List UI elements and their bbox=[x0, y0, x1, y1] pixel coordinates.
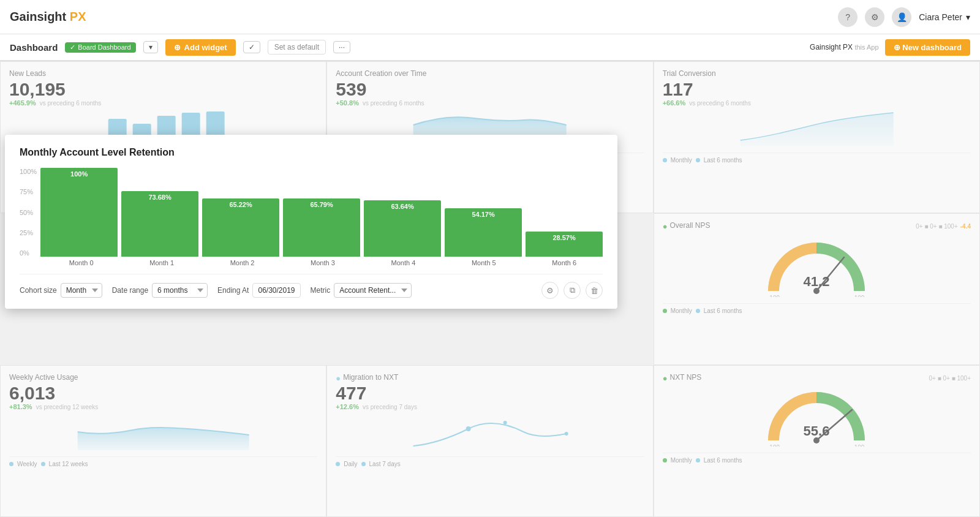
migration-title: Migration to NXT bbox=[343, 373, 398, 382]
migration-value: 477 bbox=[336, 383, 644, 403]
svg-point-14 bbox=[466, 426, 471, 431]
avatar-icon[interactable]: 👤 bbox=[892, 7, 911, 27]
migration-icon: ● bbox=[336, 374, 341, 383]
cohort-size-select[interactable]: Month Week Day bbox=[61, 283, 102, 298]
svg-text:3.18k: 3.18k bbox=[185, 107, 198, 113]
nps-change: -4.4 bbox=[960, 223, 971, 230]
new-dashboard-button[interactable]: ⊕ New dashboard bbox=[885, 39, 970, 56]
x-label-4: Month 4 bbox=[365, 259, 442, 266]
nxt-nps-widget: ● NXT NPS 0+ ■ 0+ ■ 100+ 55.6 -100 100 bbox=[654, 365, 980, 517]
retention-bars: 100% 73.68% 65.22% bbox=[40, 168, 603, 257]
nxt-gauge-svg: 55.6 -100 100 bbox=[761, 385, 872, 447]
migration-nxt-widget: ● Migration to NXT 477 +12.6% vs precedi… bbox=[326, 365, 653, 517]
x-label-6: Month 6 bbox=[526, 259, 603, 266]
settings-icon[interactable]: ⚙ bbox=[865, 7, 884, 27]
dashboard-area: New Leads 10,195 +465.9% vs preceding 6 … bbox=[0, 61, 980, 517]
bar-month6-fill: 28.57% bbox=[526, 232, 603, 257]
delete-button[interactable]: 🗑 bbox=[586, 282, 603, 299]
x-label-2: Month 2 bbox=[204, 259, 281, 266]
copy-button[interactable]: ⧉ bbox=[564, 282, 581, 299]
user-menu[interactable]: Ciara Peter ▾ bbox=[919, 12, 970, 22]
svg-text:41.2: 41.2 bbox=[804, 274, 830, 289]
header-right: ? ⚙ 👤 Ciara Peter ▾ bbox=[838, 7, 970, 27]
bar-month3: 65.79% bbox=[283, 168, 360, 257]
bar-month0-label: 100% bbox=[70, 170, 88, 178]
svg-text:3.08k: 3.08k bbox=[160, 110, 173, 116]
bar-month2-label: 65.22% bbox=[229, 201, 252, 208]
bar-month2: 65.22% bbox=[202, 168, 279, 257]
bar-month5-fill: 54.17% bbox=[445, 208, 522, 257]
chevron-down-icon: ▾ bbox=[966, 12, 970, 22]
user-name: Ciara Peter bbox=[919, 12, 962, 22]
check-icon: ✓ bbox=[70, 43, 75, 51]
cohort-size-label: Cohort size bbox=[20, 286, 57, 295]
svg-text:-100: -100 bbox=[767, 444, 780, 447]
x-label-5: Month 5 bbox=[445, 259, 522, 266]
board-selector[interactable]: ▾ bbox=[143, 41, 158, 53]
header-left: Gainsight PX bbox=[10, 10, 86, 24]
ending-at-label: Ending At bbox=[217, 286, 249, 295]
date-range-label: Date range bbox=[112, 286, 148, 295]
x-label-0: Month 0 bbox=[43, 259, 119, 266]
toolbar-right: Gainsight PX this App ⊕ New dashboard bbox=[810, 39, 970, 56]
nxt-nps-icon: ● bbox=[663, 374, 668, 383]
svg-text:100: 100 bbox=[854, 295, 865, 297]
metric-select[interactable]: Account Retent... User Retention bbox=[334, 283, 412, 298]
retention-title: Monthly Account Level Retention bbox=[20, 147, 603, 158]
x-axis-labels: Month 0 Month 1 Month 2 Month 3 Month 4 … bbox=[43, 259, 603, 266]
bar-month5-label: 54.17% bbox=[472, 211, 494, 218]
bar-month4-fill: 63.64% bbox=[364, 200, 441, 257]
account-creation-title: Account Creation over Time bbox=[336, 69, 644, 78]
trial-conversion-change: +66.6% bbox=[663, 99, 686, 107]
y-axis: 100% 75% 50% 25% 0% bbox=[20, 168, 37, 257]
date-range-group: Date range 6 months 3 months 12 months bbox=[112, 283, 208, 298]
help-icon[interactable]: ? bbox=[838, 7, 858, 27]
overall-nps-title: Overall NPS bbox=[670, 221, 710, 230]
nps-icon: ● bbox=[663, 222, 668, 231]
svg-text:3.4k: 3.4k bbox=[113, 113, 123, 119]
account-creation-value: 539 bbox=[336, 79, 644, 99]
bar-month3-fill: 65.79% bbox=[283, 198, 360, 257]
set-as-default-link[interactable]: Set as default bbox=[268, 40, 326, 55]
new-leads-title: New Leads bbox=[9, 69, 317, 78]
retention-controls: Cohort size Month Week Day Date range 6 … bbox=[20, 274, 603, 299]
new-leads-value: 10,195 bbox=[9, 79, 317, 99]
nps-footer: Monthly Last 6 months bbox=[663, 303, 971, 314]
bar-month4: 63.64% bbox=[364, 168, 441, 257]
logo: Gainsight PX bbox=[10, 10, 86, 24]
control-actions: ⚙ ⧉ 🗑 bbox=[541, 282, 603, 299]
settings-button[interactable]: ⚙ bbox=[541, 282, 559, 299]
weekly-active-footer: Weekly Last 12 weeks bbox=[9, 456, 317, 467]
nxt-ranges: 0+ ■ 0+ ■ 100+ bbox=[929, 375, 971, 382]
nps-gauge-svg: 41.2 -100 100 bbox=[761, 236, 872, 297]
bar-month0-fill: 100% bbox=[40, 168, 118, 257]
add-widget-label: Add widget bbox=[184, 43, 227, 52]
bar-month1-label: 73.68% bbox=[148, 194, 171, 201]
retention-chart-container: 100% 75% 50% 25% 0% 100% 73.68% bbox=[20, 168, 603, 257]
trial-conversion-period: vs preceding 6 months bbox=[689, 100, 751, 107]
board-badge[interactable]: ✓ Board Dashboard bbox=[65, 42, 135, 53]
migration-change: +12.6% bbox=[336, 403, 359, 410]
weekly-active-chart bbox=[9, 410, 317, 450]
nxt-nps-footer: Monthly Last 6 months bbox=[663, 453, 971, 464]
x-label-1: Month 1 bbox=[123, 259, 200, 266]
svg-text:100: 100 bbox=[854, 444, 865, 447]
bar-month6: 28.57% bbox=[526, 168, 603, 257]
trial-conversion-footer: Monthly Last 6 months bbox=[663, 153, 971, 164]
check-toggle[interactable]: ✓ bbox=[243, 41, 260, 53]
bar-month4-label: 63.64% bbox=[391, 203, 413, 210]
bar-month0: 100% bbox=[40, 168, 118, 257]
weekly-active-widget: Weekly Active Usage 6,013 +81.3% vs prec… bbox=[0, 365, 326, 517]
cohort-size-group: Cohort size Month Week Day bbox=[20, 283, 102, 298]
weekly-active-title: Weekly Active Usage bbox=[9, 373, 317, 382]
more-options[interactable]: ··· bbox=[333, 41, 350, 53]
bar-month5: 54.17% bbox=[445, 168, 522, 257]
toolbar: Dashboard ✓ Board Dashboard ▾ ⊕ Add widg… bbox=[0, 34, 980, 61]
trial-conversion-chart bbox=[663, 107, 971, 146]
bar-month3-label: 65.79% bbox=[310, 201, 333, 208]
weekly-active-period: vs preceding 12 weeks bbox=[36, 404, 99, 410]
date-range-select[interactable]: 6 months 3 months 12 months bbox=[152, 283, 208, 298]
plus-icon-new: ⊕ bbox=[894, 43, 900, 52]
logo-accent: PX bbox=[70, 10, 86, 23]
add-widget-button[interactable]: ⊕ Add widget bbox=[165, 39, 236, 56]
